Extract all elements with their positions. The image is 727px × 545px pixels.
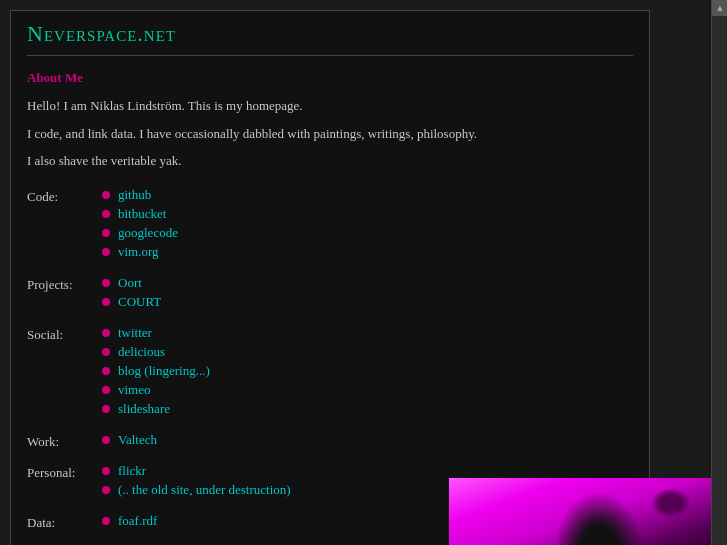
bullet-icon (102, 405, 110, 413)
personal-label: Personal: (27, 463, 102, 481)
data-label: Data: (27, 513, 102, 531)
projects-list: Oort COURT (102, 275, 161, 313)
bullet-icon (102, 517, 110, 525)
list-item: Valtech (102, 432, 157, 448)
list-item: COURT (102, 294, 161, 310)
vimeo-link[interactable]: vimeo (118, 382, 151, 398)
work-list: Valtech (102, 432, 157, 451)
bullet-icon (102, 248, 110, 256)
list-item: delicious (102, 344, 210, 360)
twitter-link[interactable]: twitter (118, 325, 152, 341)
bullet-icon (102, 329, 110, 337)
main-wrapper: Neverspace.net About Me Hello! I am Nikl… (10, 10, 697, 545)
list-item: Oort (102, 275, 161, 291)
vimorg-link[interactable]: vim.org (118, 244, 159, 260)
oort-link[interactable]: Oort (118, 275, 142, 291)
list-item: vimeo (102, 382, 210, 398)
bullet-icon (102, 191, 110, 199)
court-link[interactable]: COURT (118, 294, 161, 310)
data-list: foaf.rdf (102, 513, 157, 532)
work-label: Work: (27, 432, 102, 450)
list-item: foaf.rdf (102, 513, 157, 529)
code-section: Code: github bitbucket googlecode (27, 187, 633, 263)
profile-image (449, 478, 711, 546)
old-site-link[interactable]: (.. the old site, under destruction) (118, 482, 291, 498)
intro-text-3: I also shave the veritable yak. (27, 151, 633, 171)
bullet-icon (102, 467, 110, 475)
list-item: bitbucket (102, 206, 178, 222)
intro-text-2: I code, and link data. I have occasional… (27, 124, 633, 144)
bullet-icon (102, 386, 110, 394)
bitbucket-link[interactable]: bitbucket (118, 206, 166, 222)
bullet-icon (102, 367, 110, 375)
bullet-icon (102, 436, 110, 444)
scroll-up-button[interactable]: ▲ (712, 0, 727, 16)
foafrdf-link[interactable]: foaf.rdf (118, 513, 157, 529)
list-item: (.. the old site, under destruction) (102, 482, 291, 498)
slideshare-link[interactable]: slideshare (118, 401, 170, 417)
list-item: twitter (102, 325, 210, 341)
personal-list: flickr (.. the old site, under destructi… (102, 463, 291, 501)
bullet-icon (102, 348, 110, 356)
bullet-icon (102, 298, 110, 306)
site-title: Neverspace.net (27, 21, 633, 56)
code-label: Code: (27, 187, 102, 205)
page-wrapper: Neverspace.net About Me Hello! I am Nikl… (0, 10, 727, 545)
bullet-icon (102, 210, 110, 218)
about-heading: About Me (27, 70, 633, 86)
github-link[interactable]: github (118, 187, 151, 203)
bullet-icon (102, 486, 110, 494)
list-item: googlecode (102, 225, 178, 241)
blog-link[interactable]: blog (lingering...) (118, 363, 210, 379)
list-item: flickr (102, 463, 291, 479)
list-item: slideshare (102, 401, 210, 417)
site-container: Neverspace.net About Me Hello! I am Nikl… (10, 10, 650, 545)
list-item: github (102, 187, 178, 203)
list-item: vim.org (102, 244, 178, 260)
social-section: Social: twitter delicious blog (lingerin… (27, 325, 633, 420)
work-section: Work: Valtech (27, 432, 633, 451)
valtech-link[interactable]: Valtech (118, 432, 157, 448)
intro-text-1: Hello! I am Niklas Lindström. This is my… (27, 96, 633, 116)
delicious-link[interactable]: delicious (118, 344, 165, 360)
list-item: blog (lingering...) (102, 363, 210, 379)
flickr-link[interactable]: flickr (118, 463, 146, 479)
social-label: Social: (27, 325, 102, 343)
social-list: twitter delicious blog (lingering...) vi… (102, 325, 210, 420)
bullet-icon (102, 229, 110, 237)
scrollbar: ▲ (711, 0, 727, 545)
projects-label: Projects: (27, 275, 102, 293)
code-list: github bitbucket googlecode vim.org (102, 187, 178, 263)
projects-section: Projects: Oort COURT (27, 275, 633, 313)
googlecode-link[interactable]: googlecode (118, 225, 178, 241)
bullet-icon (102, 279, 110, 287)
